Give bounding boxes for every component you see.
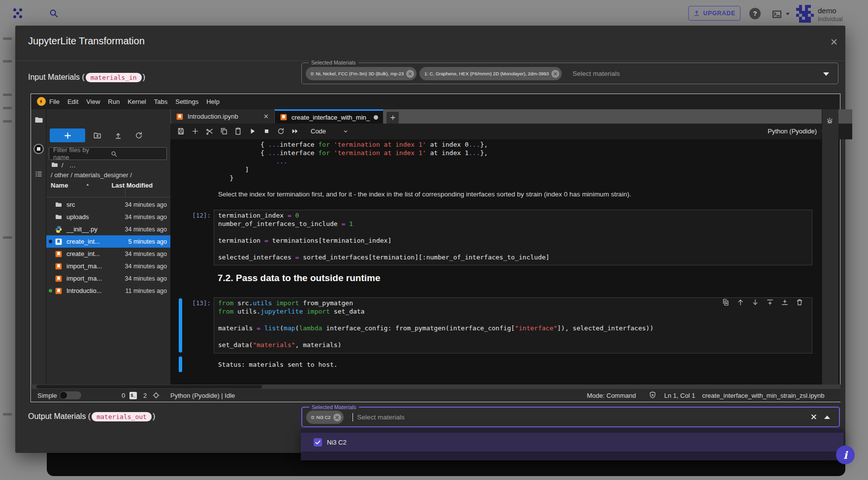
code-line: from utils.jupyterlite import set_data [218, 307, 364, 316]
horizontal-scrollbar[interactable] [32, 384, 840, 389]
tab-introduction[interactable]: Introduction.ipynb ✕ [171, 109, 274, 124]
chip-delete-icon[interactable]: ✕ [333, 414, 341, 421]
output-materials-select[interactable]: Selected Materials 0: Ni3 C2✕Select mate… [301, 407, 840, 427]
duplicate-icon[interactable] [722, 298, 730, 306]
tab-close-icon[interactable]: ✕ [263, 113, 269, 120]
input-materials-select[interactable]: Selected Materials 0: Ni, Nickel, FCC (F… [301, 63, 838, 84]
code-line: materials = list(map(lambda interface_co… [218, 324, 653, 332]
upgrade-button[interactable]: UPGRADE [688, 6, 740, 21]
menu-help[interactable]: Help [202, 94, 224, 109]
scrollbar-thumb[interactable] [36, 385, 262, 388]
file-browser-tab-icon[interactable] [34, 115, 44, 125]
material-chip[interactable]: 0: Ni3 C2✕ [306, 411, 344, 424]
move-up-icon[interactable] [737, 298, 744, 306]
property-inspector-gears-icon[interactable] [826, 116, 836, 126]
copy-icon[interactable] [220, 127, 228, 135]
menu-run[interactable]: Run [104, 94, 124, 109]
input-materials-label: Input Materials (materials_in) [28, 70, 145, 85]
plus-icon[interactable] [191, 127, 199, 135]
notebook-icon [176, 113, 184, 121]
notebook-icon [55, 275, 63, 283]
move-down-icon[interactable] [751, 298, 759, 306]
menu-tabs[interactable]: Tabs [150, 94, 171, 109]
chevron-up-icon[interactable] [824, 416, 830, 419]
clear-icon[interactable]: ✕ [810, 412, 817, 422]
code-line: { ...interface for 'termination at index… [260, 140, 488, 149]
user-name: demo [818, 6, 836, 15]
new-folder-icon[interactable] [93, 131, 102, 140]
cell-type-dropdown[interactable]: Code [311, 128, 326, 135]
kernel-count[interactable]: 2 [143, 392, 147, 399]
cell-selected-bar[interactable] [179, 298, 182, 352]
chevron-down-icon[interactable] [823, 72, 829, 76]
file-row[interactable]: import_ma...34 minutes ago [46, 260, 170, 272]
file-row[interactable]: src34 minutes ago [46, 198, 170, 211]
dropdown-option[interactable]: Ni3 C2 [301, 433, 843, 451]
cut-icon[interactable] [205, 127, 214, 135]
menu-settings[interactable]: Settings [171, 94, 202, 109]
upload-icon[interactable] [114, 131, 123, 140]
file-row[interactable]: create_int...34 minutes ago [46, 248, 170, 260]
sort-ascending-icon [85, 182, 91, 189]
menu-items: FileEditViewRunKernelTabsSettingsHelp [45, 94, 224, 109]
help-button[interactable]: ? [749, 8, 761, 19]
menu-edit[interactable]: Edit [64, 94, 82, 109]
kernel-name[interactable]: Python (Pyodide) [768, 128, 817, 135]
menu-file[interactable]: File [45, 94, 64, 109]
file-row[interactable]: uploads34 minutes ago [46, 211, 170, 223]
delete-icon[interactable] [796, 298, 804, 306]
save-icon[interactable] [177, 127, 185, 135]
restart-icon[interactable] [277, 127, 285, 135]
new-tab-button[interactable] [386, 112, 399, 124]
simple-mode-toggle[interactable] [60, 391, 81, 399]
menu-view[interactable]: View [82, 94, 104, 109]
run-icon[interactable] [248, 127, 257, 135]
table-of-contents-icon[interactable] [34, 169, 43, 179]
chip-delete-icon[interactable]: ✕ [551, 70, 559, 78]
file-filter-input[interactable]: Filter files by name [49, 147, 167, 160]
input-select-label: Selected Materials [309, 60, 358, 66]
insert-above-icon[interactable] [766, 298, 774, 306]
refresh-icon[interactable] [134, 131, 143, 140]
file-row[interactable]: import_ma...34 minutes ago [46, 272, 170, 285]
folder-icon [55, 201, 63, 209]
stop-icon[interactable] [262, 127, 271, 135]
terminal-menu-icon[interactable] [771, 8, 783, 20]
breadcrumb[interactable]: / … [51, 161, 76, 169]
new-launcher-button[interactable] [50, 128, 85, 142]
insert-below-icon[interactable] [781, 298, 789, 306]
menu-kernel[interactable]: Kernel [124, 94, 150, 109]
header-underline [46, 197, 170, 197]
notebook-content[interactable]: { ...interface for 'termination at index… [170, 139, 822, 384]
text-cursor [353, 413, 353, 421]
material-chip[interactable]: 0: Ni, Nickel, FCC (Fm-3m) 3D (Bulk), mp… [306, 67, 417, 80]
chip-delete-icon[interactable]: ✕ [406, 70, 414, 78]
file-row[interactable]: create_int...5 minutes ago [46, 235, 170, 248]
code-line: termination = terminations[termination_i… [218, 236, 391, 245]
file-list-header[interactable]: Name Last Modified [51, 182, 167, 189]
python-icon [55, 225, 63, 233]
notebook-icon [55, 262, 63, 270]
paste-icon[interactable] [234, 127, 242, 135]
shield-icon [648, 391, 657, 399]
app-logo-icon[interactable] [12, 7, 24, 19]
chevron-down-icon[interactable] [342, 128, 350, 135]
checkbox-checked-icon[interactable] [314, 438, 322, 447]
file-row[interactable]: Introductio...11 minutes ago [46, 285, 170, 297]
notebook-icon [55, 238, 63, 246]
upgrade-arrow-icon [693, 10, 700, 17]
dialog-close-icon[interactable]: ✕ [830, 36, 838, 48]
tab-create-interface[interactable]: create_interface_with_min_ [275, 109, 383, 124]
notification-count[interactable]: 0 [122, 392, 125, 399]
file-row[interactable]: __init__.py34 minutes ago [46, 223, 170, 235]
run-all-icon[interactable] [291, 127, 299, 135]
search-icon[interactable] [48, 8, 59, 19]
output-collapser-bar[interactable] [179, 356, 182, 372]
output-materials-label: Output Materials (materials_out) [28, 409, 155, 424]
breadcrumb-path[interactable]: / other / materials_designer / [51, 171, 132, 179]
kernel-status-label[interactable]: Python (Pyodide) | Idle [170, 392, 235, 399]
info-fab-button[interactable]: i [836, 446, 855, 464]
avatar[interactable] [796, 5, 814, 23]
material-chip[interactable]: 1: C, Graphene, HEX (P6/mmm) 2D (Monolay… [419, 67, 562, 80]
running-sessions-icon[interactable] [33, 144, 44, 154]
